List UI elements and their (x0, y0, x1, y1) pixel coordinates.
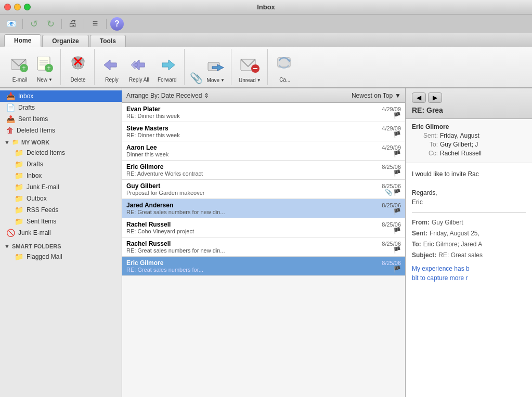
sidebar-item-mw-inbox[interactable]: 📁 Inbox (0, 170, 122, 181)
tab-tools[interactable]: Tools (90, 35, 126, 47)
email-flag-9: 🏴 (393, 266, 401, 273)
email-subject-9: RE: Great sales numbers for... (126, 267, 203, 273)
delete-button[interactable]: Delete (66, 54, 90, 84)
preview-forward-btn[interactable]: ▶ (428, 92, 442, 103)
email-subject-row-1: RE: Dinner this week (126, 113, 401, 119)
format-btn[interactable]: ≡ (88, 17, 102, 31)
ribbon-group-email-items: + E-mail + New (8, 49, 56, 85)
undo-btn[interactable]: ↺ (27, 17, 41, 31)
svg-marker-18 (162, 60, 175, 70)
email-item-7[interactable]: Rachel Russell 8/25/06 RE: Coho Vineyard… (122, 218, 405, 237)
unread-button[interactable]: Unread ▼ (237, 54, 263, 84)
email-subject-2: RE: Dinner this week (126, 132, 180, 138)
email-row-8: Rachel Russell 8/25/06 (126, 240, 401, 247)
email-item-6[interactable]: Jared Andersen 8/25/06 RE: Great sales n… (122, 199, 405, 218)
forward-icon (158, 56, 176, 76)
sidebar-item-mw-drafts[interactable]: 📁 Drafts (0, 158, 122, 170)
reply-all-button[interactable]: Reply All (126, 54, 152, 84)
email-flag-5: 🏴 (393, 189, 401, 196)
new-button[interactable]: + New ▼ (33, 54, 56, 84)
email-clip-5: 📎 (385, 189, 393, 196)
tab-home[interactable]: Home (4, 34, 41, 47)
forward-button[interactable]: Forward (154, 54, 180, 84)
actions-button[interactable]: Ca... (273, 54, 297, 84)
ribbon-group-delete: Delete (62, 49, 95, 85)
reply-button[interactable]: Reply (100, 54, 124, 84)
inbox-icon: 📥 (6, 92, 15, 100)
tab-organize[interactable]: Organize (42, 35, 88, 47)
minimize-button[interactable] (14, 4, 21, 10)
sidebar-item-mw-junk[interactable]: 📁 Junk E-mail (0, 181, 122, 193)
preview-to-label: To: (412, 141, 438, 148)
sidebar-item-flagged[interactable]: 📁 Flagged Mail (0, 251, 122, 262)
mw-rss-icon: 📁 (15, 206, 23, 214)
help-icon: ? (114, 19, 120, 29)
print-btn[interactable]: 🖨 (66, 17, 80, 31)
quoted-from-label: From: (412, 218, 430, 227)
ribbon-group-email: + E-mail + New (4, 49, 61, 85)
mw-sent-icon: 📁 (15, 217, 23, 226)
email-icon: + (11, 57, 28, 76)
sort-order-selector[interactable]: Newest on Top ▼ (352, 92, 401, 99)
email-item-9[interactable]: Eric Gilmore 8/25/06 RE: Great sales num… (122, 257, 405, 276)
my-work-header[interactable]: ▼ 📁 My Work (0, 136, 122, 147)
email-subject-row-9: RE: Great sales numbers for... (126, 267, 401, 273)
email-subject-3: Dinner this week (126, 151, 168, 157)
preview-back-btn[interactable]: ◀ (412, 92, 426, 103)
sidebar: 📥 Inbox 📄 Drafts 📤 Sent Items 🗑 Deleted … (0, 88, 122, 397)
quoted-to-label: To: (412, 240, 421, 249)
email-item-3[interactable]: Aaron Lee 4/29/09 Dinner this week 🏴 (122, 141, 405, 161)
email-button[interactable]: + E-mail (8, 54, 31, 84)
forward-nav-icon: ▶ (433, 94, 437, 101)
preview-subject: RE: Grea (412, 106, 526, 114)
preview-divider (412, 212, 526, 213)
mw-outbox-label: Outbox (27, 195, 47, 202)
ribbon-group-respond: Reply Reply All Forward (96, 49, 185, 85)
quoted-subject-label: Subject: (412, 250, 436, 260)
smart-folders-header[interactable]: ▼ SMART FOLDERS (0, 241, 122, 251)
sidebar-item-mw-deleted[interactable]: 📁 Deleted Items (0, 147, 122, 158)
email-flag-7: 🏴 (393, 227, 401, 234)
ribbon-group-delete-items: Delete (66, 49, 90, 85)
close-button[interactable] (4, 4, 11, 10)
preview-sent-label: Sent: (412, 132, 438, 139)
sidebar-item-mw-rss[interactable]: 📁 RSS Feeds (0, 204, 122, 216)
email-item-4[interactable]: Eric Gilmore 8/25/06 RE: Adventure Works… (122, 161, 405, 180)
email-item-8[interactable]: Rachel Russell 8/25/06 RE: Great sales n… (122, 237, 405, 257)
toolbar-sep-3 (84, 19, 84, 29)
sidebar-item-deleted-items[interactable]: 🗑 Deleted Items (0, 125, 122, 136)
preview-body-text: I would like to invite Rac Regards, Eric (412, 169, 526, 207)
sidebar-item-sent-items[interactable]: 📤 Sent Items (0, 113, 122, 125)
help-btn[interactable]: ? (110, 17, 124, 31)
email-subject-8: RE: Great sales numbers for new din... (126, 247, 225, 254)
email-flag-6: 🏴 (393, 208, 401, 215)
email-item-5[interactable]: Guy Gilbert 8/25/06 Proposal for Garden … (122, 180, 405, 199)
mw-inbox-label: Inbox (27, 172, 42, 179)
email-subject-1: RE: Dinner this week (126, 113, 180, 119)
sidebar-item-drafts[interactable]: 📄 Drafts (0, 102, 122, 113)
move-button[interactable]: Move ▼ (205, 54, 227, 84)
preview-cc-row: Cc: Rachel Russell (412, 150, 526, 157)
sidebar-item-mw-sent[interactable]: 📁 Sent Items (0, 216, 122, 227)
sidebar-item-inbox[interactable]: 📥 Inbox (0, 90, 122, 102)
email-item-2[interactable]: Steve Masters 4/29/09 RE: Dinner this we… (122, 122, 405, 141)
unread-dropdown-arrow: ▼ (257, 78, 261, 83)
toolbar-sep-4 (106, 19, 107, 29)
new-email-quick-btn[interactable]: 📧 (4, 17, 19, 31)
svg-text:+: + (22, 64, 25, 72)
sidebar-item-junk-email[interactable]: 🚫 Junk E-mail (0, 227, 122, 239)
arrange-dropdown-icon: ⇕ (204, 92, 209, 99)
sidebar-item-mw-outbox[interactable]: 📁 Outbox (0, 193, 122, 204)
maximize-button[interactable] (24, 4, 31, 10)
email-sender-3: Aaron Lee (126, 144, 157, 151)
ribbon-group-actions: Ca... (269, 49, 301, 85)
preview-to-row: To: Guy Gilbert; J (412, 141, 526, 148)
email-item-1[interactable]: Evan Plater 4/29/09 RE: Dinner this week… (122, 103, 405, 122)
email-sender-5: Guy Gilbert (126, 182, 160, 190)
email-sender-6: Jared Andersen (126, 202, 173, 209)
redo-btn[interactable]: ↻ (43, 17, 58, 31)
preview-meta: Eric Gilmore Sent: Friday, August To: Gu… (406, 119, 532, 163)
forward-label: Forward (158, 77, 177, 83)
sort-selector[interactable]: Arrange By: Date Received ⇕ (126, 92, 209, 99)
toolbar-sep-2 (61, 19, 62, 29)
